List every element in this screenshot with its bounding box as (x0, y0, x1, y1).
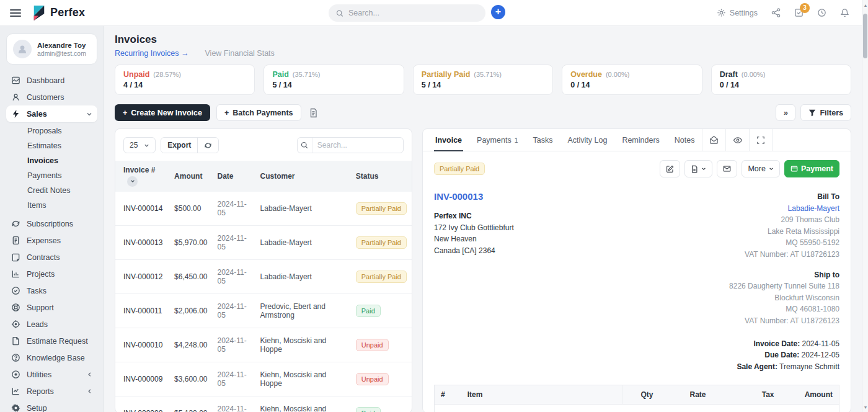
sidebar-item-knowledge-base[interactable]: Knowledge Base (6, 349, 97, 366)
tab-emails[interactable] (702, 129, 725, 151)
global-search[interactable] (329, 4, 485, 22)
sidebar-item-utilities[interactable]: Utilities (6, 366, 97, 383)
sidebar-item-estimate-request[interactable]: Estimate Request (6, 333, 97, 349)
global-search-input[interactable] (348, 9, 478, 17)
tab-reminders[interactable]: Reminders (614, 129, 666, 151)
stat-card-unpaid[interactable]: Unpaid(28.57%) 4 / 14 (115, 65, 255, 95)
sidebar-item-payments[interactable]: Payments (27, 168, 97, 183)
brand-logo[interactable]: Perfex (32, 5, 85, 21)
batch-payments-button[interactable]: +Batch Payments (216, 104, 301, 121)
sidebar-item-expenses[interactable]: Expenses (6, 232, 97, 249)
table-row[interactable]: INV-000011$2,006.002024-11-05Predovic, E… (115, 293, 412, 328)
table-row[interactable]: INV-000010$4,248.002024-11-05Kiehn, Mosc… (115, 328, 412, 362)
dashboard-icon (11, 76, 20, 85)
envelope-icon (723, 165, 731, 172)
sort-icon[interactable] (127, 176, 138, 187)
user-card[interactable]: Alexandre Toy admin@test.com (6, 34, 97, 65)
invoices-report-button[interactable] (309, 108, 318, 118)
fullscreen-button[interactable] (749, 129, 773, 151)
tasks-button[interactable]: 3 (794, 8, 804, 17)
tab-notes[interactable]: Notes (667, 129, 702, 151)
perfex-logo-icon (32, 5, 46, 21)
send-email-button[interactable] (717, 160, 737, 177)
stat-card-overdue[interactable]: Overdue(0.00%) 0 / 14 (562, 65, 702, 95)
table-row[interactable]: INV-000012$6,450.002024-11-05Labadie-May… (115, 259, 412, 293)
sidebar-item-reports[interactable]: Reports (6, 383, 97, 400)
tab-views-tracking[interactable] (725, 129, 749, 151)
tab-tasks[interactable]: Tasks (526, 129, 560, 151)
company-address: Perfex INC 172 Ivy Club Gottliebfurt New… (434, 210, 637, 256)
sidebar-item-dashboard[interactable]: Dashboard (6, 72, 97, 89)
toggle-panel-button[interactable]: » (776, 104, 795, 121)
tab-activity-log[interactable]: Activity Log (560, 129, 614, 151)
tasks-badge: 3 (800, 3, 810, 13)
sidebar-item-subscriptions[interactable]: Subscriptions (6, 215, 97, 232)
topbar: Perfex + Settings 3 (0, 0, 862, 26)
reload-button[interactable] (197, 138, 218, 153)
items-col-tax: Tax (712, 385, 781, 405)
col-amount[interactable]: Amount (169, 161, 212, 192)
page-size-select[interactable]: 25 (123, 137, 156, 153)
page-scrollbar[interactable]: ▲ ▼ (862, 0, 868, 412)
stat-card-draft[interactable]: Draft(0.00%) 0 / 14 (711, 65, 851, 95)
sidebar-item-credit-notes[interactable]: Credit Notes (27, 183, 97, 198)
col-customer[interactable]: Customer (255, 161, 351, 192)
stat-card-paid[interactable]: Paid(35.71%) 5 / 14 (264, 65, 404, 95)
sidebar-item-customers[interactable]: Customers (6, 89, 97, 105)
stat-label: Unpaid (123, 70, 149, 79)
table-row[interactable]: INV-000013$5,970.002024-11-05Labadie-May… (115, 225, 412, 259)
sidebar-item-projects[interactable]: Projects (6, 266, 97, 282)
scrollbar-thumb[interactable] (863, 14, 867, 58)
settings-button[interactable]: Settings (717, 8, 758, 17)
more-button[interactable]: More (742, 160, 779, 177)
sidebar-item-setup[interactable]: Setup (6, 400, 97, 412)
table-row[interactable]: INV-000008$5,130.002024-11-05Kiehn, Mosc… (115, 396, 412, 412)
view-financial-stats-link[interactable]: View Financial Stats (205, 49, 275, 58)
col-date[interactable]: Date (212, 161, 255, 192)
stat-value: 5 / 14 (422, 81, 544, 89)
sidebar-item-contracts[interactable]: Contracts (6, 249, 97, 266)
table-row[interactable]: INV-000014$500.002024-11-05Labadie-Mayer… (115, 192, 412, 226)
edit-invoice-button[interactable] (660, 160, 680, 177)
sidebar-item-invoices[interactable]: Invoices (27, 153, 97, 168)
stat-value: 0 / 14 (570, 81, 693, 89)
sidebar-item-items[interactable]: Items (27, 198, 97, 213)
filters-button[interactable]: Filters (800, 104, 851, 121)
menu-toggle-icon[interactable] (10, 9, 21, 17)
download-pdf-button[interactable] (684, 160, 712, 177)
quick-create-button[interactable]: + (491, 5, 505, 19)
user-email: admin@test.com (37, 50, 86, 57)
col-status[interactable]: Status (351, 161, 412, 192)
tab-invoice[interactable]: Invoice (428, 129, 469, 151)
recurring-invoices-link[interactable]: Recurring Invoices → (115, 49, 189, 58)
stat-card-partially-paid[interactable]: Partially Paid(35.71%) 5 / 14 (413, 65, 553, 95)
table-search-input[interactable] (312, 141, 403, 150)
customer-link[interactable]: Labadie-Mayert (637, 203, 839, 215)
share-button[interactable] (771, 8, 781, 17)
tab-payments[interactable]: Payments1 (469, 129, 525, 151)
sidebar-item-support[interactable]: Support (6, 299, 97, 316)
table-search[interactable] (297, 137, 404, 153)
sidebar-item-leads[interactable]: Leads (6, 316, 97, 333)
sidebar-item-proposals[interactable]: Proposals (27, 123, 97, 138)
status-badge: Unpaid (356, 339, 389, 351)
col-invoice-number[interactable]: Invoice # (115, 161, 169, 192)
invoice-toolbar: More Payment (660, 160, 839, 177)
create-new-invoice-button[interactable]: +Create New Invoice (115, 104, 210, 121)
share-icon (771, 8, 781, 17)
chevron-left-icon (87, 388, 92, 394)
stat-percent: (35.71%) (474, 71, 502, 78)
notifications-button[interactable] (840, 8, 849, 17)
sidebar-item-estimates[interactable]: Estimates (27, 138, 97, 153)
invoice-number-link[interactable]: INV-000013 (434, 191, 637, 202)
export-button[interactable]: Export (161, 138, 197, 153)
items-col-item: Item (461, 385, 622, 405)
sidebar-item-tasks[interactable]: Tasks (6, 282, 97, 299)
scroll-down-arrow[interactable]: ▼ (862, 403, 868, 411)
scroll-up-arrow[interactable]: ▲ (862, 1, 868, 9)
sidebar-item-sales[interactable]: Sales (6, 105, 97, 122)
add-payment-button[interactable]: Payment (784, 160, 839, 177)
search-icon (298, 138, 312, 153)
table-row[interactable]: INV-000009$3,600.002024-11-05Kiehn, Mosc… (115, 362, 412, 396)
timers-button[interactable] (817, 8, 826, 17)
